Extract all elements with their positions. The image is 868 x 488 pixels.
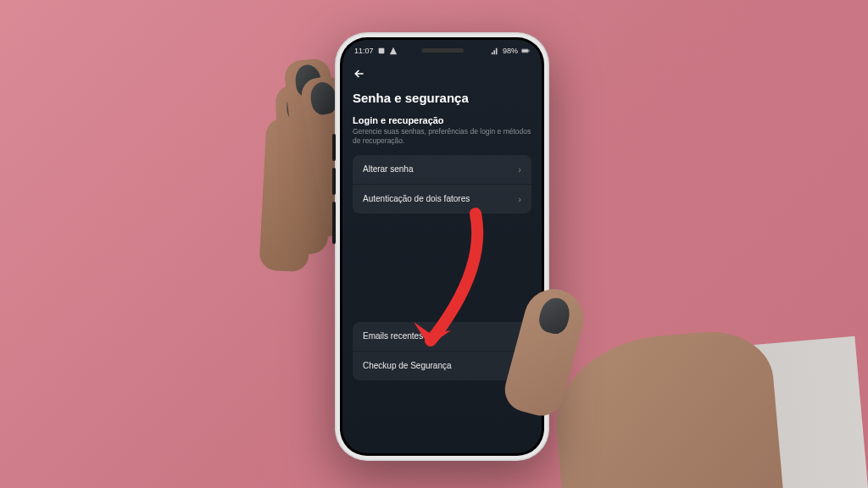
chevron-right-icon: ›: [518, 164, 521, 175]
hand-arm: [585, 336, 868, 488]
notification-icon: [377, 47, 386, 55]
notification-icon: [389, 47, 398, 55]
menu-item-change-password[interactable]: Alterar senha ›: [353, 155, 531, 184]
battery-percent: 98%: [503, 47, 518, 55]
menu-item-label: Checkup de Segurança: [363, 361, 452, 370]
status-time: 11:07: [354, 47, 374, 55]
signal-icon: [491, 47, 499, 55]
menu-item-label: Emails recentes: [363, 331, 423, 341]
menu-group-security: Emails recentes › Checkup de Segurança ›: [353, 322, 531, 380]
menu-item-label: Autenticação de dois fatores: [363, 194, 470, 203]
menu-group-login: Alterar senha › Autenticação de dois fat…: [353, 155, 531, 214]
back-button[interactable]: [353, 67, 366, 84]
section-title: Login e recuperação: [353, 115, 531, 125]
svg-rect-3: [529, 50, 530, 52]
svg-rect-2: [522, 49, 528, 52]
svg-rect-0: [378, 48, 384, 54]
volume-down-button: [332, 168, 336, 195]
menu-item-security-checkup[interactable]: Checkup de Segurança ›: [353, 352, 531, 380]
volume-up-button: [332, 134, 336, 161]
menu-item-label: Alterar senha: [363, 164, 413, 174]
page-title: Senha e segurança: [353, 91, 531, 105]
power-button: [332, 202, 336, 244]
menu-item-two-factor[interactable]: Autenticação de dois fatores ›: [353, 185, 531, 214]
chevron-right-icon: ›: [518, 194, 521, 204]
section-description: Gerencie suas senhas, preferências de lo…: [353, 127, 531, 147]
battery-icon: [521, 47, 530, 55]
menu-item-recent-emails[interactable]: Emails recentes ›: [353, 322, 531, 351]
phone-speaker: [421, 48, 464, 53]
